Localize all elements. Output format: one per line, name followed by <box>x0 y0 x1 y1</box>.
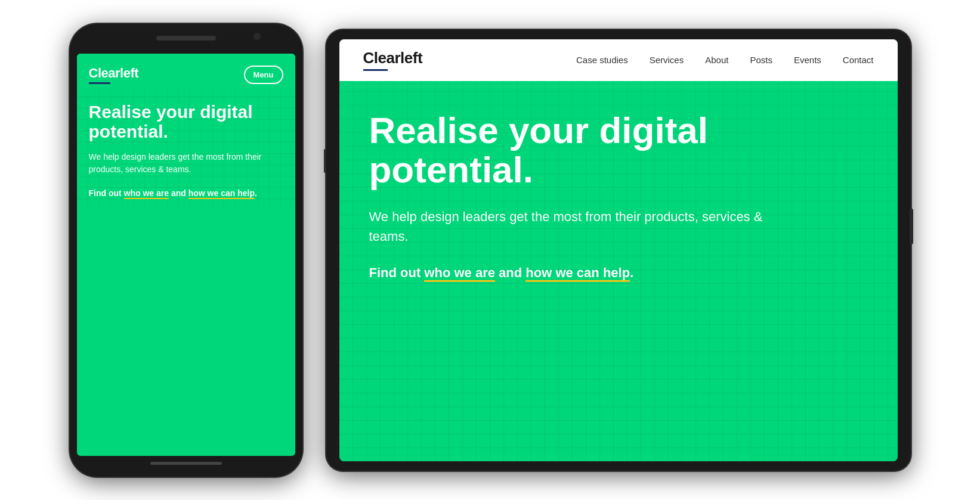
phone-home-bar <box>150 462 222 465</box>
tablet-subtext: We help design leaders get the most from… <box>369 207 787 246</box>
phone-logo-wrapper: Clearleft <box>89 66 139 84</box>
tablet-cta-link1[interactable]: who we are <box>424 265 495 282</box>
tablet-screen: Clearleft Case studies Services About Po… <box>339 39 898 461</box>
phone-cta: Find out who we are and how we can help. <box>89 187 283 201</box>
tablet-hero: Realise your digital potential. We help … <box>339 81 898 461</box>
tablet-header: Clearleft Case studies Services About Po… <box>339 39 898 81</box>
nav-posts[interactable]: Posts <box>750 55 772 65</box>
tablet-cta: Find out who we are and how we can help. <box>369 265 868 281</box>
tablet-headline: Realise your digital potential. <box>369 111 834 191</box>
phone-screen: Clearleft Menu Realise your digital pote… <box>77 54 295 456</box>
tablet-logo-wrapper: Clearleft <box>363 49 423 71</box>
tablet-nav: Case studies Services About Posts Events… <box>576 55 874 65</box>
phone-logo: Clearleft <box>89 66 139 81</box>
nav-services[interactable]: Services <box>650 55 684 65</box>
tablet-logo-underline <box>363 69 405 71</box>
tablet-device: Clearleft Case studies Services About Po… <box>326 30 911 471</box>
phone-camera <box>253 33 261 40</box>
nav-case-studies[interactable]: Case studies <box>576 55 628 65</box>
tablet-side-button-right <box>910 209 913 244</box>
nav-events[interactable]: Events <box>794 55 821 65</box>
phone-cta-middle: and <box>169 188 188 198</box>
tablet-side-button-left <box>324 149 326 173</box>
phone-logo-underline <box>89 82 129 84</box>
tablet-cta-middle: and <box>495 265 525 280</box>
phone-hero: Realise your digital potential. We help … <box>77 90 295 210</box>
phone-header: Clearleft Menu <box>77 54 295 90</box>
phone-cta-suffix: . <box>255 188 257 198</box>
phone-headline: Realise your digital potential. <box>89 102 283 141</box>
phone-cta-link2[interactable]: how we can help <box>188 188 255 199</box>
tablet-cta-suffix: . <box>630 265 633 280</box>
phone-cta-link1[interactable]: who we are <box>124 188 169 199</box>
tablet-cta-link2[interactable]: how we can help <box>525 265 630 282</box>
phone-cta-prefix: Find out <box>89 188 124 198</box>
phone-menu-button[interactable]: Menu <box>244 66 283 84</box>
nav-about[interactable]: About <box>705 55 728 65</box>
tablet-logo: Clearleft <box>363 49 423 67</box>
nav-contact[interactable]: Contact <box>843 55 874 65</box>
phone-device: Clearleft Menu Realise your digital pote… <box>70 24 302 477</box>
phone-subtext: We help design leaders get the most from… <box>89 151 283 176</box>
tablet-cta-prefix: Find out <box>369 265 425 280</box>
